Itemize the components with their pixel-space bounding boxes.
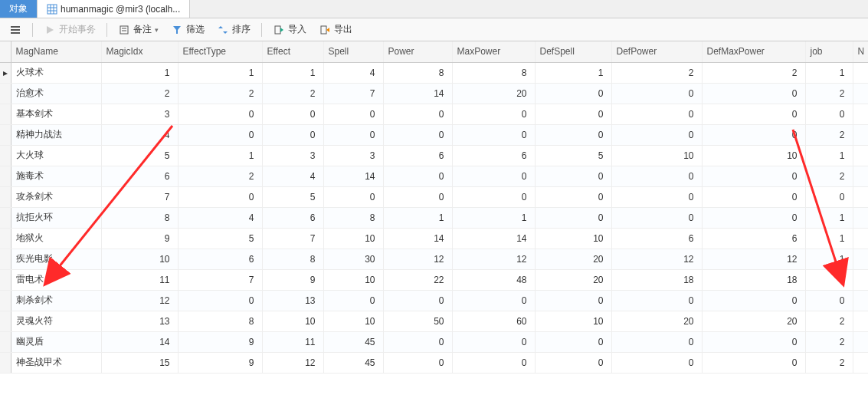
svg-line-21 — [793, 130, 843, 283]
filter-button[interactable]: 筛选 — [166, 21, 209, 38]
toolbar-separator — [261, 23, 262, 37]
import-icon — [273, 24, 285, 36]
play-icon — [44, 24, 56, 36]
toolbar: 开始事务 备注 ▾ 筛选 排序 导入 导出 — [0, 18, 868, 41]
menu-button[interactable] — [5, 22, 26, 38]
filter-label: 筛选 — [186, 23, 205, 36]
svg-rect-9 — [120, 26, 128, 34]
begin-tx-label: 开始事务 — [59, 23, 96, 36]
funnel-icon — [171, 24, 183, 36]
import-label: 导入 — [288, 23, 306, 36]
toolbar-separator — [32, 23, 33, 37]
svg-rect-15 — [275, 26, 280, 34]
annotation-arrows — [0, 41, 868, 374]
svg-marker-18 — [326, 28, 329, 32]
table-grid-icon — [47, 4, 57, 15]
sort-button[interactable]: 排序 — [212, 21, 255, 38]
tab-table-label: humanmagic @mir3 (localh... — [61, 4, 180, 15]
export-icon — [319, 24, 331, 36]
begin-transaction-button[interactable]: 开始事务 — [39, 21, 100, 38]
sort-icon — [217, 24, 229, 36]
export-button[interactable]: 导出 — [314, 21, 357, 38]
svg-rect-17 — [321, 26, 326, 34]
note-icon — [118, 24, 130, 36]
toolbar-separator — [106, 23, 107, 37]
svg-marker-16 — [280, 28, 283, 32]
tab-table[interactable]: humanmagic @mir3 (localh... — [38, 0, 190, 18]
export-label: 导出 — [334, 23, 352, 36]
tab-object-label: 对象 — [9, 2, 28, 15]
memo-button[interactable]: 备注 ▾ — [113, 21, 163, 38]
import-button[interactable]: 导入 — [268, 21, 311, 38]
memo-label: 备注 — [133, 23, 152, 36]
sort-label: 排序 — [232, 23, 251, 36]
data-grid[interactable]: MagName MagicIdx EffectType Effect Spell… — [0, 41, 868, 374]
svg-rect-0 — [47, 5, 57, 14]
chevron-down-icon: ▾ — [155, 26, 159, 34]
tab-object[interactable]: 对象 — [0, 0, 38, 18]
menu-icon — [9, 24, 21, 36]
svg-marker-14 — [223, 31, 228, 34]
svg-marker-8 — [47, 26, 54, 34]
tab-bar: 对象 humanmagic @mir3 (localh... — [0, 0, 868, 18]
svg-marker-13 — [218, 26, 223, 28]
svg-line-20 — [46, 126, 172, 283]
svg-marker-12 — [173, 26, 181, 34]
